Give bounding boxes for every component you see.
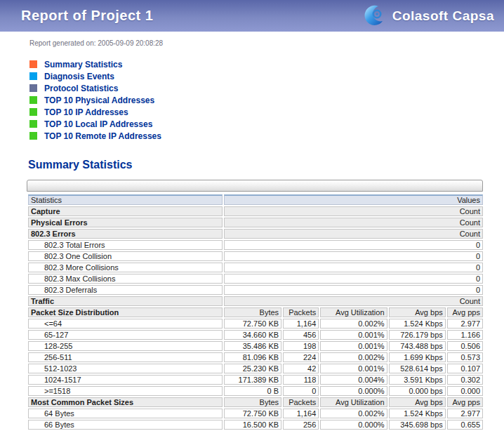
table-cell-value: 3.591 Kbps <box>389 375 446 385</box>
table-cell-value: 0.000% <box>320 420 387 430</box>
table-row: 512-102325.230 KB420.001%528.614 bps0.10… <box>28 364 483 373</box>
table-cell-label: Packet Size Distribution <box>28 307 223 317</box>
table-cell-value: 0.000% <box>320 386 387 396</box>
table-cell-value: 72.750 KB <box>224 409 281 418</box>
toc-item-protocol-statistics[interactable]: Protocol Statistics <box>29 82 504 94</box>
table-cell-value: 72.750 KB <box>224 319 281 329</box>
table-cell-value: 0.001% <box>320 364 387 373</box>
summary-statistics-heading: Summary Statistics <box>28 159 504 171</box>
table-cell-value: 81.096 KB <box>224 352 281 362</box>
table-of-contents: Summary StatisticsDiagnosis EventsProtoc… <box>29 58 504 142</box>
table-cell-value: Avg Utilization <box>320 397 387 407</box>
toc-item-diagnosis-events[interactable]: Diagnosis Events <box>29 70 504 82</box>
toc-item-top-10-physical-addresses[interactable]: TOP 10 Physical Addresses <box>29 94 504 106</box>
table-cell-value: 2.977 <box>447 319 483 329</box>
toc-bullet-icon <box>29 84 37 92</box>
table-cell-value: 0 <box>224 274 483 284</box>
table-cell-label: 802.3 Deferrals <box>28 285 223 295</box>
table-cell-value: 0.573 <box>447 352 483 362</box>
toc-item-top-10-ip-addresses[interactable]: TOP 10 IP Addresses <box>29 106 504 118</box>
table-row: 802.3 Total Errors0 <box>28 240 483 250</box>
table-cell-value: 0 B <box>224 386 281 396</box>
table-row: 128-25535.486 KB1980.001%743.488 bps0.50… <box>28 341 483 351</box>
table-cell-value: 726.179 bps <box>389 330 446 340</box>
table-cell-label: 802.3 Errors <box>28 229 223 239</box>
table-cell-value: 2.977 <box>447 409 483 418</box>
table-row: <=6472.750 KB1,1640.002%1.524 Kbps2.977 <box>28 319 483 329</box>
toc-item-label: TOP 10 Local IP Addresses <box>44 120 152 128</box>
table-cell-label: 802.3 Max Collisions <box>28 274 223 284</box>
table-cell-value: Bytes <box>224 307 281 317</box>
toc-item-top-10-local-ip-addresses[interactable]: TOP 10 Local IP Addresses <box>29 118 504 130</box>
report-banner: Report of Project 1 Colasoft Capsa <box>0 0 504 32</box>
toc-item-label: Diagnosis Events <box>44 72 114 81</box>
table-cell-value: Avg Utilization <box>320 307 387 317</box>
table-cell-label: Most Common Packet Sizes <box>28 397 223 407</box>
table-row: 802.3 Max Collisions0 <box>28 274 483 284</box>
table-cell-label: >=1518 <box>28 386 223 396</box>
table-cell-value: 528.614 bps <box>389 364 446 373</box>
table-row: 66 Bytes16.500 KB2560.000%345.698 bps0.6… <box>28 420 483 430</box>
table-row: TrafficCount <box>28 296 483 306</box>
table-cell-value: 25.230 KB <box>224 364 281 373</box>
table-cell-label: 256-511 <box>28 352 223 362</box>
table-cell-value: 456 <box>283 330 319 340</box>
table-row: 802.3 Deferrals0 <box>28 285 483 295</box>
table-cell-value: Values <box>224 194 483 205</box>
table-cell-value: 0.004% <box>320 375 387 385</box>
table-cell-value: Packets <box>283 397 319 407</box>
table-cell-value: 0.302 <box>447 375 483 385</box>
table-cell-value: 35.486 KB <box>224 341 281 351</box>
table-cell-value: 0.655 <box>447 420 483 430</box>
table-cell-label: 802.3 Total Errors <box>28 240 223 250</box>
toc-bullet-icon <box>29 120 37 128</box>
table-cell-value: 0.000 bps <box>389 386 446 396</box>
table-cell-value: 0 <box>224 263 483 272</box>
table-cell-label: Traffic <box>28 296 223 306</box>
toc-bullet-icon <box>29 60 37 68</box>
table-cell-value: 1.524 Kbps <box>389 409 446 418</box>
table-cell-value: Avg pps <box>447 307 483 317</box>
table-caption-band <box>27 180 483 192</box>
table-cell-value: Count <box>224 229 483 239</box>
table-cell-value: Count <box>224 296 483 306</box>
toc-item-label: Summary Statistics <box>44 60 122 69</box>
summary-table-wrap: StatisticsValuesCaptureCountPhysical Err… <box>27 193 484 431</box>
toc-bullet-icon <box>29 108 37 116</box>
table-cell-value: Count <box>224 206 483 216</box>
table-cell-label: 66 Bytes <box>28 420 223 430</box>
table-cell-label: 512-1023 <box>28 364 223 373</box>
table-cell-value: 345.698 bps <box>389 420 446 430</box>
table-cell-value: 1.524 Kbps <box>389 319 446 329</box>
table-row: 256-51181.096 KB2240.002%1.699 Kbps0.573 <box>28 352 483 362</box>
summary-statistics-table: StatisticsValuesCaptureCountPhysical Err… <box>27 193 484 431</box>
table-cell-label: 802.3 More Collisions <box>28 263 223 272</box>
brand-area: Colasoft Capsa <box>364 0 494 32</box>
table-cell-value: 1.166 <box>447 330 483 340</box>
table-row: 802.3 One Collision0 <box>28 251 483 261</box>
table-cell-label: Capture <box>28 206 223 216</box>
table-cell-value: 0.506 <box>447 341 483 351</box>
table-cell-value: Avg bps <box>389 397 446 407</box>
table-row: 65-12734.660 KB4560.001%726.179 bps1.166 <box>28 330 483 340</box>
table-cell-label: 65-127 <box>28 330 223 340</box>
table-row: StatisticsValues <box>28 194 483 205</box>
toc-item-top-10-remote-ip-addresses[interactable]: TOP 10 Remote IP Addresses <box>29 130 504 142</box>
toc-bullet-icon <box>29 132 37 140</box>
table-cell-value: 16.500 KB <box>224 420 281 430</box>
table-cell-value: 0.002% <box>320 319 387 329</box>
table-row: Physical ErrorsCount <box>28 218 483 227</box>
table-cell-value: 224 <box>283 352 319 362</box>
table-cell-value: 0 <box>283 386 319 396</box>
table-cell-value: 0.001% <box>320 330 387 340</box>
toc-item-summary-statistics[interactable]: Summary Statistics <box>29 58 504 70</box>
table-row: 64 Bytes72.750 KB1,1640.002%1.524 Kbps2.… <box>28 409 483 418</box>
table-cell-value: 1,164 <box>283 319 319 329</box>
brand-name: Colasoft Capsa <box>392 8 494 24</box>
table-cell-value: 0.000 <box>447 386 483 396</box>
table-row: CaptureCount <box>28 206 483 216</box>
table-cell-value: Bytes <box>224 397 281 407</box>
table-cell-value: 0.001% <box>320 341 387 351</box>
table-cell-value: 42 <box>283 364 319 373</box>
table-cell-value: 0 <box>224 251 483 261</box>
